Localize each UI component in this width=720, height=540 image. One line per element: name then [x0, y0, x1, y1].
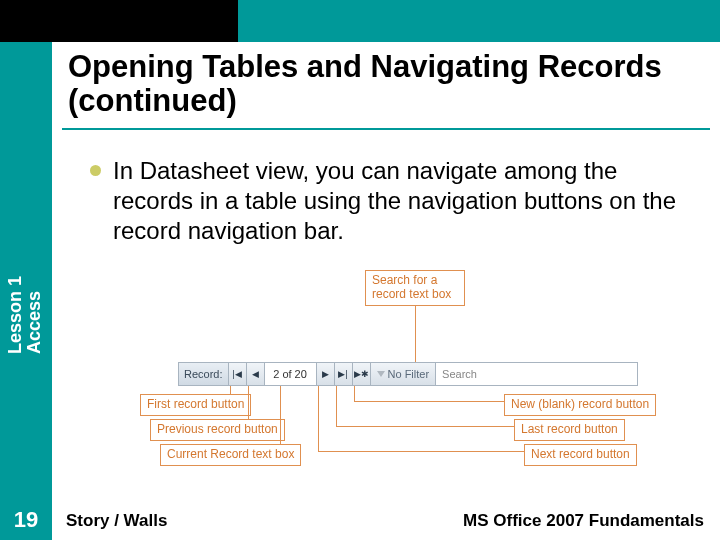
first-record-button[interactable]: |◀ — [229, 363, 247, 385]
sidebar-line-2: Lesson 1 — [6, 234, 25, 354]
previous-record-button[interactable]: ◀ — [247, 363, 265, 385]
last-record-button[interactable]: ▶| — [335, 363, 353, 385]
sidebar-line-1: Access — [25, 234, 44, 354]
footer: Story / Walls MS Office 2007 Fundamental… — [66, 511, 704, 531]
leader — [336, 426, 514, 427]
no-filter-text: No Filter — [388, 368, 430, 380]
content-panel: Opening Tables and Navigating Records (c… — [52, 42, 720, 540]
footer-left: Story / Walls — [66, 511, 167, 531]
search-textbox[interactable]: Search — [436, 363, 637, 385]
title-rule — [62, 128, 710, 130]
leader — [318, 451, 524, 452]
navbar-label: Record: — [179, 363, 229, 385]
new-record-button[interactable]: ▶✱ — [353, 363, 371, 385]
callout-first-record: First record button — [140, 394, 251, 416]
record-navigation-bar: Record: |◀ ◀ 2 of 20 ▶ ▶| ▶✱ No Filter S… — [178, 362, 638, 386]
corner-block — [0, 0, 238, 42]
slide-title: Opening Tables and Navigating Records (c… — [68, 50, 700, 118]
callout-last-record: Last record button — [514, 419, 625, 441]
leader — [318, 386, 319, 451]
bullet-icon — [90, 165, 101, 176]
leader — [354, 401, 504, 402]
bullet-text: In Datasheet view, you can navigate amon… — [113, 156, 698, 246]
leader — [280, 386, 281, 451]
next-record-button[interactable]: ▶ — [317, 363, 335, 385]
bullet-item: In Datasheet view, you can navigate amon… — [90, 156, 698, 246]
current-record-textbox[interactable]: 2 of 20 — [265, 363, 317, 385]
callout-previous-record: Previous record button — [150, 419, 285, 441]
funnel-icon — [377, 371, 385, 377]
callout-new-record: New (blank) record button — [504, 394, 656, 416]
callout-next-record: Next record button — [524, 444, 637, 466]
navigation-bar-diagram: Search for a record text box Record: |◀ … — [90, 270, 690, 480]
sidebar-label: Lesson 1 Access — [6, 234, 44, 354]
leader — [354, 386, 355, 401]
leader — [415, 306, 416, 362]
callout-current-record: Current Record text box — [160, 444, 301, 466]
leader — [336, 386, 337, 426]
page-number: 19 — [0, 500, 52, 540]
footer-right: MS Office 2007 Fundamentals — [463, 511, 704, 531]
slide: Lesson 1 Access 19 Opening Tables and Na… — [0, 0, 720, 540]
no-filter-indicator[interactable]: No Filter — [371, 363, 437, 385]
callout-search-box: Search for a record text box — [365, 270, 465, 306]
